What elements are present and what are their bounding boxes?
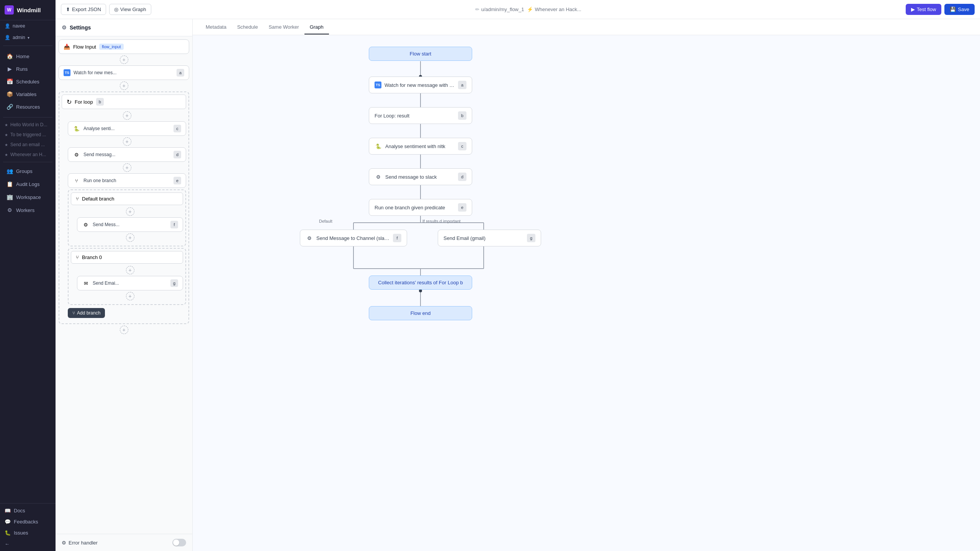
step-f-label: Send Mess...: [93, 222, 167, 227]
node-g[interactable]: Send Email (gmail) g: [438, 230, 541, 246]
node-b-badge: b: [458, 111, 466, 120]
export-icon: ⬆: [66, 7, 70, 12]
node-end-label: Flow end: [411, 310, 431, 316]
sidebar-item-home[interactable]: 🏠 Home: [2, 50, 54, 62]
sidebar-item-issues[interactable]: 🐛 Issues: [0, 527, 56, 538]
export-json-button[interactable]: ⬆ Export JSON: [61, 4, 106, 15]
graph-icon: ◎: [114, 7, 118, 12]
save-button[interactable]: 💾 Save: [944, 4, 975, 15]
add-step-branch0-1[interactable]: +: [126, 292, 134, 300]
for-loop-header[interactable]: ↻ For loop b: [62, 95, 186, 109]
app-logo[interactable]: W Windmill: [0, 0, 56, 20]
add-step-branch-0[interactable]: +: [126, 207, 134, 216]
step-c-badge: c: [173, 125, 181, 132]
step-a[interactable]: TS Watch for new mes... a: [59, 65, 189, 80]
flow-input-icon: 📥: [64, 44, 70, 50]
sidebar-item-workers[interactable]: ⚙ Workers: [2, 204, 54, 216]
flow-input-section[interactable]: 📥 Flow Input flow_input: [59, 39, 189, 54]
node-a[interactable]: TS Watch for new message with mentio... …: [369, 77, 472, 93]
username: navee: [13, 23, 25, 29]
flow-item-hello-world[interactable]: Hello World in D...: [0, 120, 56, 130]
user-navee[interactable]: 👤 navee: [0, 20, 56, 32]
left-panel: ⚙ Settings 📥 Flow Input flow_input + TS …: [56, 19, 193, 551]
flow-item-whenever[interactable]: Whenever an H...: [0, 150, 56, 160]
add-step-branch-1[interactable]: +: [126, 233, 134, 242]
audit-logs-icon: 📋: [6, 181, 13, 187]
sidebar-item-back[interactable]: ←: [0, 538, 56, 549]
loop-icon: ↻: [67, 98, 72, 106]
logo-icon: W: [5, 5, 14, 15]
node-b-label: For Loop: result: [375, 113, 455, 119]
for-loop-inner: + 🐍 Analyse senti... c + ⚙ Send messag..…: [62, 111, 186, 318]
sidebar-item-audit-logs[interactable]: 📋 Audit Logs: [2, 178, 54, 190]
step-e[interactable]: ⑂ Run one branch e: [68, 173, 186, 188]
nav-section: 🏠 Home ▶ Runs 📅 Schedules 📦 Variables 🔗 …: [0, 48, 56, 115]
flow-item-triggered[interactable]: To be triggered ...: [0, 130, 56, 140]
sidebar-item-groups[interactable]: 👥 Groups: [2, 165, 54, 177]
step-f[interactable]: ⚙ Send Mess... f: [77, 217, 183, 232]
node-b[interactable]: For Loop: result b: [369, 107, 472, 124]
tab-graph[interactable]: Graph: [304, 20, 329, 34]
variables-icon: 📦: [6, 91, 13, 97]
view-graph-button[interactable]: ◎ View Graph: [109, 4, 151, 15]
step-c-label: Analyse senti...: [83, 126, 170, 131]
branch0-icon: ⑂: [76, 254, 79, 260]
step-d[interactable]: ⚙ Send messag... d: [68, 147, 186, 162]
user-admin[interactable]: 👤 admin ▾: [0, 32, 56, 43]
node-start[interactable]: Flow start: [369, 47, 472, 61]
add-step-1[interactable]: +: [120, 82, 128, 90]
step-g-icon: ✉: [82, 279, 90, 287]
add-branch-icon: ⑂: [72, 310, 75, 316]
node-collect[interactable]: Collect iterations' results of For Loop …: [369, 276, 472, 290]
sidebar-item-variables[interactable]: 📦 Variables: [2, 88, 54, 100]
test-flow-button[interactable]: ▶ Test flow: [906, 4, 942, 15]
add-step-loop-1[interactable]: +: [123, 137, 131, 146]
node-d[interactable]: ⚙ Send message to slack d: [369, 168, 472, 185]
branch0-header[interactable]: ⑂ Branch 0: [71, 251, 183, 264]
sidebar-item-runs[interactable]: ▶ Runs: [2, 63, 54, 75]
add-step-loop-0[interactable]: +: [123, 111, 131, 120]
feedbacks-icon: 💬: [5, 519, 11, 525]
node-e-label: Run one branch given predicate: [375, 205, 455, 210]
flow-path[interactable]: ✏ u/admin/my_flow_1: [475, 7, 524, 12]
add-step-branch0-0[interactable]: +: [126, 266, 134, 274]
node-e[interactable]: Run one branch given predicate e: [369, 199, 472, 216]
node-c[interactable]: 🐍 Analyse sentiment with nltk c: [369, 138, 472, 155]
tab-metadata[interactable]: Metadata: [200, 20, 232, 34]
node-a-label: Watch for new message with mentio...: [384, 82, 455, 88]
step-f-icon: ⚙: [82, 221, 90, 228]
sidebar-item-feedbacks[interactable]: 💬 Feedbacks: [0, 516, 56, 527]
play-icon: ▶: [911, 7, 915, 12]
add-step-loop-2[interactable]: +: [123, 163, 131, 172]
branch0-inner: + ✉ Send Emai... g +: [71, 266, 183, 300]
flow-list: 📥 Flow Input flow_input + TS Watch for n…: [56, 36, 192, 534]
add-step-0[interactable]: +: [120, 55, 128, 64]
tab-schedule[interactable]: Schedule: [232, 20, 263, 34]
graph-canvas[interactable]: Flow start TS Watch for new message with…: [193, 35, 980, 551]
flow-item-send-email[interactable]: Send an email ...: [0, 140, 56, 150]
for-loop-badge: b: [96, 98, 104, 106]
tab-same-worker[interactable]: Same Worker: [263, 20, 304, 34]
sidebar-item-resources[interactable]: 🔗 Resources: [2, 101, 54, 113]
toolbar: ⬆ Export JSON ◎ View Graph ✏ u/admin/my_…: [56, 0, 980, 19]
sidebar-item-docs[interactable]: 📖 Docs: [0, 505, 56, 516]
step-e-icon: ⑂: [73, 177, 80, 184]
step-e-label: Run one branch: [83, 178, 170, 183]
sidebar-item-schedules[interactable]: 📅 Schedules: [2, 75, 54, 88]
add-branch-button[interactable]: ⑂ Add branch: [68, 308, 105, 318]
settings-icon: ⚙: [62, 24, 67, 31]
sidebar-item-workspace[interactable]: 🏢 Workspace: [2, 191, 54, 203]
admin-icon: 👤: [5, 35, 10, 40]
step-c[interactable]: 🐍 Analyse senti... c: [68, 121, 186, 136]
default-branch-header[interactable]: ⑂ Default branch: [71, 192, 183, 205]
node-f[interactable]: ⚙ Send Message to Channel (slack) f: [300, 230, 407, 246]
add-step-final[interactable]: +: [120, 326, 128, 334]
error-handler-toggle[interactable]: [172, 539, 186, 546]
user-icon: 👤: [5, 23, 10, 29]
sidebar-item-label: Variables: [16, 91, 36, 97]
toggle-knob: [173, 540, 179, 546]
node-collect-label: Collect iterations' results of For Loop …: [378, 280, 463, 285]
step-g[interactable]: ✉ Send Emai... g: [77, 276, 183, 290]
flow-trigger[interactable]: ⚡ Whenever an Hack...: [527, 7, 581, 12]
node-end[interactable]: Flow end: [369, 306, 472, 320]
